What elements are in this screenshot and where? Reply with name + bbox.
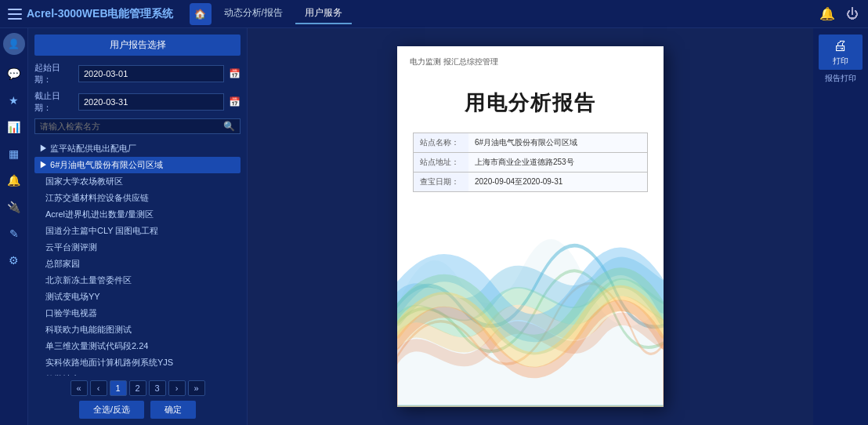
list-item[interactable]: 江苏交通材料控设备供应链	[34, 190, 241, 206]
page-first[interactable]: «	[71, 380, 88, 396]
alert-icon[interactable]: 🔔	[819, 6, 835, 22]
info-row-name: 站点名称： 6#月油电气股份有限公司区域	[414, 133, 647, 153]
list-item[interactable]: 测试变电场YY	[34, 289, 241, 305]
info-label-date: 查宝日期：	[414, 173, 468, 191]
station-list: ▶ 监平站配供电出配电厂 ▶ 6#月油电气股份有限公司区域 国家大学农场教研区 …	[34, 140, 241, 376]
list-item[interactable]: 教学站台	[34, 371, 241, 376]
list-item[interactable]: 国道分主篇中CLY 国图电工程	[34, 223, 241, 239]
list-item[interactable]: Acrel进界机进出数量/量测区	[34, 206, 241, 223]
start-date-label: 起始日期：	[34, 62, 74, 85]
confirm-button[interactable]: 确定	[150, 401, 196, 419]
main-content: 电力监测 报汇总综控管理 用电分析报告 站点名称： 6#月油电气股份有限公司区域…	[248, 28, 813, 425]
print-label: 打印	[833, 56, 848, 67]
side-icon-bar: 👤 💬 ★ 📊 ▦ 🔔 🔌 ✎ ⚙	[0, 28, 28, 425]
select-all-button[interactable]: 全选/反选	[79, 401, 144, 419]
report-info-table: 站点名称： 6#月油电气股份有限公司区域 站点地址： 上海市商业企业道德路253…	[413, 133, 648, 192]
page-2[interactable]: 2	[129, 380, 146, 396]
pagination: « ‹ 1 2 3 › »	[34, 380, 241, 396]
end-date-row: 截止日期： 📅	[34, 90, 241, 114]
start-date-cal-icon[interactable]: 📅	[229, 68, 241, 79]
logo-area: Acrel-3000WEB电能管理系统	[8, 7, 174, 21]
list-item[interactable]: 云平台测评测	[34, 239, 241, 256]
sidebar-icon-settings[interactable]: ⚙	[2, 248, 27, 273]
page-last[interactable]: »	[188, 380, 205, 396]
end-date-input[interactable]	[78, 93, 224, 111]
start-date-input[interactable]	[78, 65, 224, 82]
list-item[interactable]: ▶ 监平站配供电出配电厂	[34, 140, 241, 157]
print-sub-label: 报告打印	[825, 73, 856, 84]
list-item[interactable]: 口验学电视器	[34, 305, 241, 321]
page-3[interactable]: 3	[149, 380, 166, 396]
sidebar-icon-chart[interactable]: 📊	[2, 114, 27, 140]
nav-tab-user-service[interactable]: 用户服务	[295, 3, 352, 24]
info-label-name: 站点名称：	[414, 133, 468, 152]
info-value-address: 上海市商业企业道德路253号	[468, 153, 647, 172]
print-button[interactable]: 🖨 打印	[819, 35, 863, 70]
sidebar-icon-bell[interactable]: 🔔	[2, 168, 27, 193]
top-right-controls: 🔔 ⏻	[819, 6, 860, 22]
sidebar-icon-layers[interactable]: ▦	[2, 141, 27, 166]
power-icon[interactable]: ⏻	[844, 6, 860, 22]
end-date-label: 截止日期：	[34, 90, 74, 114]
end-date-cal-icon[interactable]: 📅	[229, 96, 241, 107]
info-value-name: 6#月油电气股份有限公司区域	[468, 133, 647, 152]
sidebar-icon-plug[interactable]: 🔌	[2, 194, 27, 220]
print-icon: 🖨	[834, 38, 848, 54]
list-item[interactable]: 单三维次量测试代码段2.24	[34, 338, 241, 354]
page-1[interactable]: 1	[110, 380, 127, 396]
bottom-buttons: 全选/反选 确定	[34, 401, 241, 419]
page-next[interactable]: ›	[168, 380, 186, 396]
top-bar: Acrel-3000WEB电能管理系统 🏠 动态分析/报告 用户服务 🔔 ⏻	[0, 0, 868, 28]
user-avatar[interactable]: 👤	[3, 33, 25, 55]
doc-header-text: 电力监测 报汇总综控管理	[410, 57, 498, 66]
search-input[interactable]	[40, 122, 223, 131]
sidebar-icon-edit[interactable]: ✎	[2, 221, 27, 246]
menu-toggle[interactable]	[8, 9, 22, 20]
list-item[interactable]: ▶ 6#月油电气股份有限公司区域	[34, 157, 241, 173]
start-date-row: 起始日期： 📅	[34, 62, 241, 85]
info-label-address: 站点地址：	[414, 153, 468, 172]
report-wave-decoration	[397, 205, 664, 407]
nav-tab-reports[interactable]: 动态分析/报告	[215, 3, 292, 24]
right-panel: 🖨 打印 报告打印	[813, 28, 868, 425]
info-row-date: 查宝日期： 2020-09-04至2020-09-31	[414, 173, 647, 191]
app-title: Acrel-3000WEB电能管理系统	[27, 7, 174, 21]
list-item[interactable]: 总部家园	[34, 256, 241, 272]
sidebar-icon-chat[interactable]: 💬	[2, 61, 27, 86]
search-row: 🔍	[34, 118, 241, 134]
main-layout: 👤 💬 ★ 📊 ▦ 🔔 🔌 ✎ ⚙ 用户报告选择 起始日期： 📅 截止日期： 📅…	[0, 28, 868, 425]
left-panel: 用户报告选择 起始日期： 📅 截止日期： 📅 🔍 ▶ 监平站配供电出配电厂 ▶ …	[28, 28, 248, 425]
home-button[interactable]: 🏠	[190, 3, 212, 25]
page-prev[interactable]: ‹	[90, 380, 107, 396]
doc-header: 电力监测 报汇总综控管理	[397, 46, 664, 74]
home-icon: 🏠	[194, 9, 206, 20]
list-item[interactable]: 实科依路地面计算机路例系统YJS	[34, 354, 241, 371]
sidebar-icon-star[interactable]: ★	[2, 88, 27, 113]
report-document: 电力监测 报汇总综控管理 用电分析报告 站点名称： 6#月油电气股份有限公司区域…	[397, 46, 664, 407]
panel-title: 用户报告选择	[34, 35, 241, 56]
list-item[interactable]: 国家大学农场教研区	[34, 173, 241, 190]
top-nav: 🏠 动态分析/报告 用户服务	[190, 3, 820, 25]
search-icon[interactable]: 🔍	[223, 121, 235, 132]
info-value-date: 2020-09-04至2020-09-31	[468, 173, 647, 191]
info-row-address: 站点地址： 上海市商业企业道德路253号	[414, 153, 647, 173]
report-title: 用电分析报告	[397, 89, 664, 117]
list-item[interactable]: 科联欧力电能能图测试	[34, 321, 241, 338]
list-item[interactable]: 北京新冻土量管委件区	[34, 272, 241, 289]
